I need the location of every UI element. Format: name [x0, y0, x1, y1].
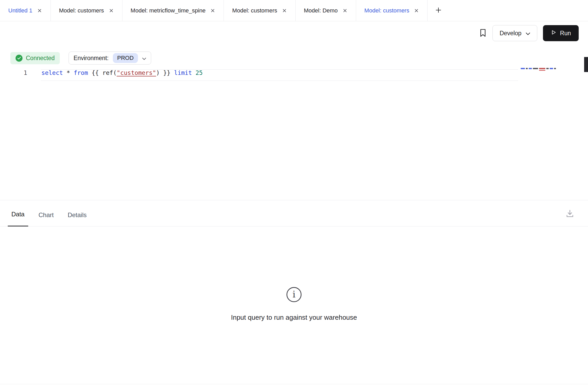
code-line[interactable]: select * from {{ ref("customers") }} lim… — [41, 69, 203, 81]
minimap-mark — [533, 68, 538, 69]
run-label: Run — [560, 30, 571, 37]
minimap-mark — [554, 68, 556, 69]
run-button[interactable]: Run — [543, 25, 579, 41]
connection-status-label: Connected — [26, 55, 55, 62]
sql-editor[interactable]: 1 select * from {{ ref("customers") }} l… — [0, 64, 588, 200]
code-token: {{ ref( — [88, 69, 117, 76]
editor-minimap[interactable] — [521, 68, 556, 69]
tab-chart[interactable]: Chart — [35, 211, 57, 226]
close-icon[interactable] — [109, 8, 114, 13]
tab-model-demo[interactable]: Model: Demo — [296, 0, 356, 21]
develop-label: Develop — [499, 30, 521, 37]
info-glyph: i — [292, 290, 296, 299]
chevron-down-icon — [142, 55, 146, 62]
status-row: Connected Environment: PROD — [10, 52, 588, 64]
plus-icon — [435, 6, 442, 15]
code-token: ) }} — [156, 69, 174, 76]
tab-label: Model: customers — [232, 7, 277, 14]
tab-model-customers-3[interactable]: Model: customers — [356, 0, 428, 21]
tab-model-metricflow-time-spine[interactable]: Model: metricflow_time_spine — [122, 0, 224, 21]
tab-label: Model: customers — [59, 7, 104, 14]
info-icon: i — [286, 287, 302, 302]
code-token-number: 25 — [196, 69, 203, 76]
minimap-mark — [550, 68, 553, 69]
chevron-down-icon — [526, 30, 530, 37]
tab-label: Untitled 1 — [8, 7, 32, 14]
tab-label: Model: customers — [364, 7, 409, 14]
bookmark-button[interactable] — [479, 28, 487, 38]
close-icon[interactable] — [210, 8, 215, 13]
minimap-mark — [539, 68, 545, 69]
results-empty-state: i Input query to run against your wareho… — [0, 226, 588, 322]
minimap-mark — [546, 68, 549, 69]
results-panel: Data Chart Details i Input query to run … — [0, 200, 588, 385]
editor-tab-bar: Untitled 1 Model: customers Model: metri… — [0, 0, 588, 21]
tab-details[interactable]: Details — [64, 211, 90, 226]
environment-label: Environment: — [74, 55, 109, 62]
code-token-ref-string[interactable]: "customers" — [117, 69, 156, 76]
results-tab-bar: Data Chart Details — [0, 200, 588, 226]
download-results-button[interactable] — [565, 209, 575, 219]
close-icon[interactable] — [342, 8, 348, 13]
check-circle-icon — [16, 55, 23, 62]
develop-dropdown-button[interactable]: Develop — [493, 25, 537, 41]
minimap-mark — [526, 68, 528, 69]
code-token-keyword: from — [74, 69, 88, 76]
environment-selector[interactable]: Environment: PROD — [69, 52, 151, 65]
tab-model-customers-2[interactable]: Model: customers — [224, 0, 296, 21]
close-icon[interactable] — [37, 8, 42, 13]
code-token: * — [63, 69, 74, 76]
connection-status-badge: Connected — [10, 52, 60, 64]
empty-state-message: Input query to run against your warehous… — [231, 313, 357, 322]
tab-model-customers-1[interactable]: Model: customers — [51, 0, 122, 21]
scrollbar-thumb[interactable] — [584, 57, 588, 72]
environment-value-badge: PROD — [113, 53, 138, 63]
code-token — [192, 69, 196, 76]
code-token-keyword: limit — [174, 69, 192, 76]
toolbar: Develop Run — [0, 21, 588, 45]
bottom-divider — [0, 384, 588, 384]
close-icon[interactable] — [414, 8, 419, 13]
minimap-error-mark — [539, 70, 545, 71]
close-icon[interactable] — [282, 8, 287, 13]
download-icon — [565, 209, 575, 219]
tab-untitled-1[interactable]: Untitled 1 — [0, 0, 51, 21]
new-tab-button[interactable] — [428, 0, 449, 21]
bookmark-icon — [479, 28, 487, 38]
tab-label: Model: metricflow_time_spine — [131, 7, 206, 14]
dbt-ide-window: Untitled 1 Model: customers Model: metri… — [0, 0, 588, 385]
line-number: 1 — [0, 69, 27, 81]
minimap-mark — [529, 68, 532, 69]
tab-label: Model: Demo — [304, 7, 338, 14]
tab-data[interactable]: Data — [8, 211, 28, 226]
play-icon — [551, 30, 556, 37]
code-token-keyword: select — [41, 69, 63, 76]
minimap-mark — [521, 68, 525, 69]
